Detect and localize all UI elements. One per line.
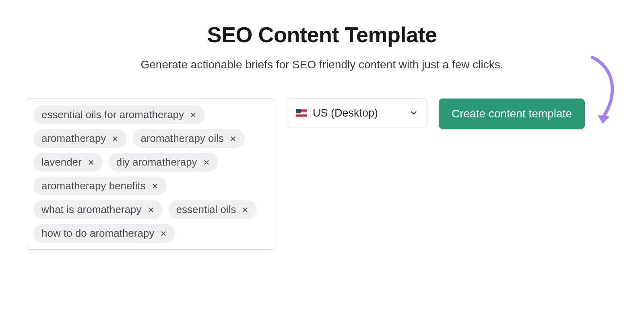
keyword-chip-label: lavender xyxy=(41,156,82,168)
keyword-chip-label: diy aromatherapy xyxy=(116,156,197,168)
keyword-chip: aromatherapy xyxy=(33,129,127,148)
keyword-chip-label: how to do aromatherapy xyxy=(41,227,154,240)
keyword-chip: aromatherapy benefits xyxy=(33,176,167,195)
keyword-chip: diy aromatherapy xyxy=(108,153,218,172)
locale-select[interactable]: US (Desktop) xyxy=(287,98,427,127)
keyword-chip: lavender xyxy=(33,153,103,172)
us-flag-icon xyxy=(296,109,307,117)
keyword-chip: aromatherapy oils xyxy=(132,129,245,148)
close-icon[interactable] xyxy=(147,205,155,214)
keyword-chip-label: essential oils for aromatherapy xyxy=(41,109,184,121)
close-icon[interactable] xyxy=(229,134,237,143)
keyword-chip-label: what is aromatherapy xyxy=(41,203,142,216)
close-icon[interactable] xyxy=(159,229,168,238)
keyword-input-box[interactable]: essential oils for aromatherapyaromather… xyxy=(26,98,275,250)
keyword-chip-label: aromatherapy benefits xyxy=(41,180,146,192)
close-icon[interactable] xyxy=(151,182,159,191)
keyword-chip-label: aromatherapy xyxy=(41,132,106,145)
keyword-chip: how to do aromatherapy xyxy=(33,224,175,243)
create-content-template-button[interactable]: Create content template xyxy=(439,98,585,129)
locale-label: US (Desktop) xyxy=(313,107,378,119)
keyword-chip: essential oils for aromatherapy xyxy=(33,105,205,124)
svg-rect-24 xyxy=(296,116,307,117)
close-icon[interactable] xyxy=(202,158,211,167)
form-row: essential oils for aromatherapyaromather… xyxy=(0,98,644,250)
svg-rect-22 xyxy=(296,113,307,114)
keyword-chip: essential oils xyxy=(168,200,257,219)
page-subtitle: Generate actionable briefs for SEO frien… xyxy=(0,58,644,71)
svg-rect-23 xyxy=(296,115,307,115)
close-icon[interactable] xyxy=(189,111,198,119)
close-icon[interactable] xyxy=(241,205,250,214)
svg-rect-25 xyxy=(296,109,301,113)
chevron-down-icon xyxy=(409,109,418,117)
keyword-chip-label: aromatherapy oils xyxy=(140,132,224,145)
keyword-chip: what is aromatherapy xyxy=(33,200,163,219)
close-icon[interactable] xyxy=(111,134,120,143)
close-icon[interactable] xyxy=(87,158,95,167)
keyword-chip-label: essential oils xyxy=(176,203,236,216)
page-title: SEO Content Template xyxy=(0,22,644,47)
